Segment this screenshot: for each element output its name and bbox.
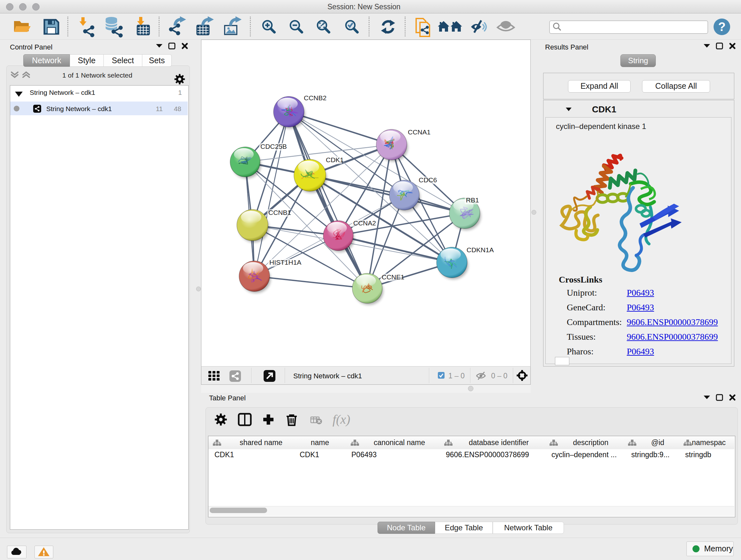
svg-text:RB1: RB1 [466, 196, 479, 204]
svg-text:f(x): f(x) [333, 412, 350, 427]
svg-text:CCNB2: CCNB2 [304, 94, 327, 102]
svg-text:HIST1H1A: HIST1H1A [269, 259, 301, 266]
svg-text:CDC25B: CDC25B [260, 143, 287, 150]
svg-text:1 – 0: 1 – 0 [448, 372, 465, 380]
svg-text:String Network – cdk1: String Network – cdk1 [293, 372, 362, 380]
svg-text:CDK1: CDK1 [326, 156, 344, 164]
svg-text:CCNA1: CCNA1 [408, 128, 430, 136]
svg-text:CDC6: CDC6 [419, 176, 437, 184]
svg-text:CDKN1A: CDKN1A [467, 246, 494, 253]
svg-text:CCNE1: CCNE1 [382, 273, 404, 281]
svg-text:?: ? [718, 20, 725, 34]
svg-text:CCNA2: CCNA2 [353, 219, 376, 227]
svg-text:CCNB1: CCNB1 [268, 209, 291, 216]
svg-text:0 – 0: 0 – 0 [491, 372, 508, 380]
